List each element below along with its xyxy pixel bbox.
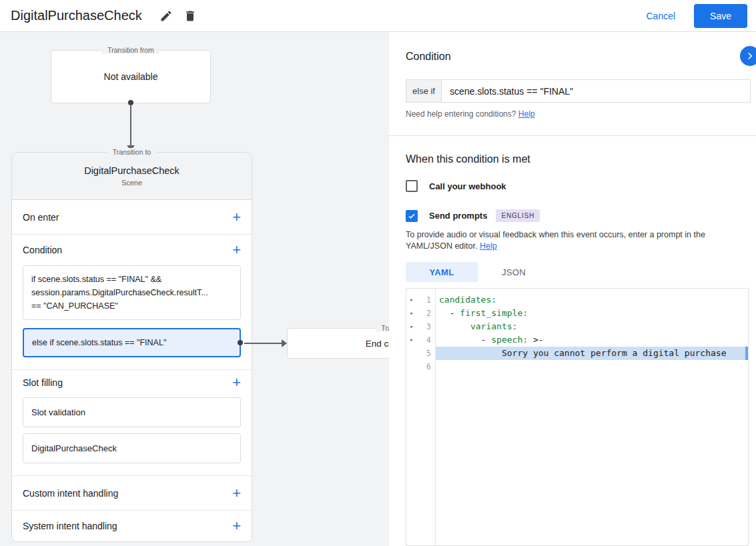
check-icon: [408, 212, 416, 220]
end-node-value: End conversation: [288, 329, 389, 358]
page-title: DigitalPurchaseCheck: [11, 8, 142, 23]
condition-text-line: session.params.DigitalPurchaseCheck.resu…: [31, 286, 232, 299]
condition-text-line: == "CAN_PURCHASE": [31, 299, 232, 313]
pencil-icon: [159, 9, 173, 23]
connector-arrow-right-icon: [282, 339, 287, 347]
condition-item-selected[interactable]: else if scene.slots.status == "FINAL": [23, 328, 241, 357]
webhook-label: Call your webhook: [429, 181, 506, 191]
code-line[interactable]: - speech: >-: [436, 333, 748, 347]
send-prompts-label: Send prompts: [429, 211, 487, 221]
send-prompts-option-row[interactable]: Send prompts ENGLISH: [406, 209, 540, 222]
custom-intent-section[interactable]: Custom intent handling +: [12, 476, 252, 511]
line-number: 5: [416, 349, 435, 358]
prompt-hint-text: To provide audio or visual feedback when…: [406, 229, 745, 252]
system-intent-section[interactable]: System intent handling +: [12, 511, 252, 541]
slot-filling-section: Slot filling + Slot validation DigitalPu…: [12, 370, 252, 476]
condition-text-line: if scene.slots.status == "FINAL" &&: [31, 273, 232, 286]
transition-from-value: Not available: [51, 51, 210, 103]
slot-item[interactable]: DigitalPurchaseCheck: [23, 433, 241, 463]
webhook-checkbox[interactable]: [406, 180, 418, 192]
slot-filling-label: Slot filling: [23, 377, 63, 388]
transition-from-label: Transition from: [102, 46, 159, 54]
condition-text: else if scene.slots.status == "FINAL": [32, 336, 166, 349]
code-token: [439, 321, 470, 331]
code-line[interactable]: [436, 360, 748, 373]
condition-section: Condition + if scene.slots.status == "FI…: [12, 235, 252, 370]
code-line[interactable]: Sorry you cannot perform a digital purch…: [436, 347, 748, 360]
code-token: first_simple:: [460, 308, 528, 318]
transition-from-node[interactable]: Transition from Not available: [51, 50, 211, 103]
fold-arrow-icon[interactable]: ▾: [406, 337, 416, 343]
tab-yaml[interactable]: YAML: [406, 262, 478, 282]
code-token: candidates:: [439, 295, 496, 305]
condition-item[interactable]: if scene.slots.status == "FINAL" && sess…: [23, 265, 241, 320]
tab-json[interactable]: JSON: [478, 262, 550, 282]
add-system-intent-icon[interactable]: +: [232, 519, 241, 533]
code-line[interactable]: candidates:: [436, 293, 748, 307]
code-token: -: [439, 335, 491, 345]
line-number: 4: [416, 335, 435, 345]
add-slot-icon[interactable]: +: [232, 375, 241, 390]
slot-validation-item[interactable]: Slot validation: [23, 397, 241, 427]
delete-scene-button[interactable]: [179, 5, 201, 27]
code-token: -: [439, 308, 460, 318]
code-token: >-: [528, 335, 543, 345]
connector-line-vertical: [130, 104, 131, 145]
fold-arrow-icon[interactable]: ▾: [406, 323, 416, 330]
condition-input-row: else if: [406, 79, 751, 103]
condition-input[interactable]: [441, 79, 751, 103]
add-custom-intent-icon[interactable]: +: [232, 486, 241, 501]
collapse-panel-button[interactable]: [740, 46, 756, 66]
app-window: DigitalPurchaseCheck Cancel Save Transit…: [0, 0, 756, 546]
on-enter-label: On enter: [23, 212, 59, 223]
line-number: 6: [416, 362, 435, 371]
slot-item-label: Slot validation: [31, 407, 85, 417]
code-line[interactable]: variants:: [436, 320, 748, 333]
save-button[interactable]: Save: [694, 4, 747, 28]
end-conversation-node[interactable]: Transition to End conversation: [287, 328, 389, 359]
cancel-button[interactable]: Cancel: [646, 11, 675, 21]
fold-arrow-icon[interactable]: ▾: [406, 297, 416, 303]
system-intent-label: System intent handling: [23, 521, 117, 531]
header: DigitalPurchaseCheck Cancel Save: [0, 0, 756, 32]
send-prompts-checkbox[interactable]: [406, 210, 418, 222]
help-link[interactable]: Help: [518, 109, 535, 119]
code-line[interactable]: - first_simple:: [436, 307, 748, 320]
panel-title: Condition: [406, 51, 451, 63]
editor-code[interactable]: candidates: - first_simple: variants: - …: [436, 289, 748, 545]
scene-card[interactable]: Transition to DigitalPurchaseCheck Scene…: [11, 152, 252, 542]
end-node-label: Transition to: [376, 324, 389, 332]
custom-intent-label: Custom intent handling: [23, 488, 118, 499]
scene-subtitle: Scene: [121, 179, 142, 187]
line-number: 2: [416, 309, 435, 318]
scene-card-header: DigitalPurchaseCheck Scene: [12, 153, 252, 200]
code-token: speech:: [491, 335, 528, 345]
add-condition-icon[interactable]: +: [232, 243, 241, 257]
code-token: Sorry you cannot perform a digital purch…: [439, 348, 726, 358]
line-number: 1: [416, 295, 435, 305]
line-number: 3: [416, 322, 435, 331]
slot-item-label: DigitalPurchaseCheck: [31, 443, 117, 453]
condition-detail-panel: Condition else if Need help entering con…: [389, 32, 756, 546]
connector-dot[interactable]: [238, 340, 243, 345]
scene-title: DigitalPurchaseCheck: [84, 165, 179, 176]
editor-help-link[interactable]: Help: [480, 241, 497, 251]
edit-title-button[interactable]: [155, 5, 177, 27]
connector-line-horizontal: [244, 343, 282, 344]
add-on-enter-icon[interactable]: +: [232, 210, 241, 225]
code-editor[interactable]: ▾1▾2▾3▾456 candidates: - first_simple: v…: [406, 288, 749, 546]
panel-divider: [389, 135, 756, 136]
trash-icon: [183, 9, 197, 23]
transition-to-label: Transition to: [107, 148, 156, 156]
editor-tabs: YAMLJSON: [406, 262, 550, 282]
flow-canvas[interactable]: Transition from Not available Transition…: [0, 32, 389, 546]
on-enter-section[interactable]: On enter +: [12, 200, 252, 235]
prompt-hint-body: To provide audio or visual feedback when…: [406, 230, 705, 251]
editor-gutter: ▾1▾2▾3▾456: [406, 289, 436, 545]
condition-section-label: Condition: [23, 245, 62, 255]
webhook-option-row[interactable]: Call your webhook: [406, 180, 506, 192]
when-met-title: When this condition is met: [406, 153, 530, 165]
help-prompt-text: Need help entering conditions?: [406, 109, 516, 119]
fold-arrow-icon[interactable]: ▾: [406, 310, 416, 317]
chevron-right-icon: [744, 50, 756, 62]
